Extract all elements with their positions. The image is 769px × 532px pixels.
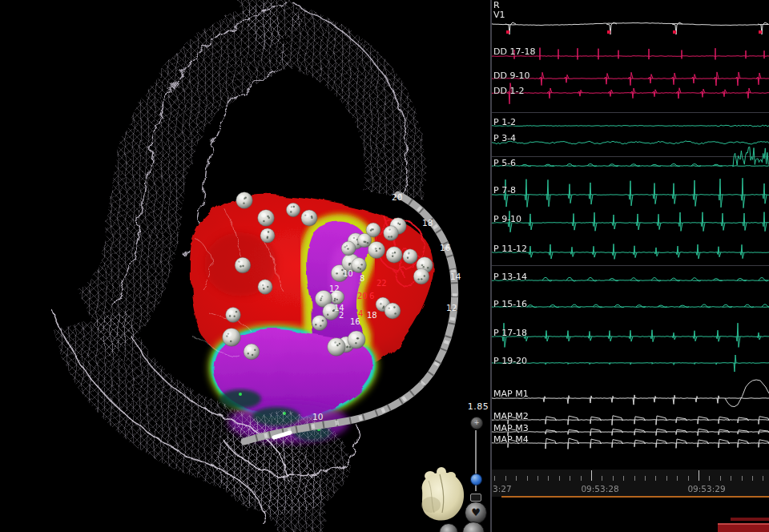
electrode-highlight xyxy=(238,260,243,265)
channel-label: V1 xyxy=(493,10,505,20)
map-point-number-red: 6 xyxy=(369,292,374,300)
electrode-speck xyxy=(311,216,312,217)
map-point-number-red: 22 xyxy=(376,279,387,288)
electrode-ball xyxy=(403,249,417,264)
channel-label: P 13-14 xyxy=(493,272,527,282)
electrode-speck xyxy=(315,324,316,325)
electrode-speck xyxy=(392,256,393,257)
electrode-ball xyxy=(348,331,365,349)
electrode-highlight xyxy=(360,236,364,240)
electrode-speck xyxy=(240,265,241,267)
electrode-speck xyxy=(267,237,268,239)
electrode-highlight xyxy=(354,260,359,265)
electrode-highlight xyxy=(393,220,398,225)
anatomy-3d-scene[interactable]: 201816141210 810121421618 222064 xyxy=(0,0,492,532)
electrode-speck xyxy=(320,299,321,300)
electrode-ball xyxy=(286,203,300,216)
electrode-highlight xyxy=(333,292,337,296)
egm-signal-panel[interactable]: RV1DD 17-18DD 9-10DD 1-2P 1-2P 3-4P 5-6P… xyxy=(492,0,769,532)
signal-traces-canvas[interactable] xyxy=(492,0,769,532)
electrode-highlight xyxy=(319,293,324,298)
catheter-electrode-number: 14 xyxy=(450,272,461,281)
electrode-speck xyxy=(327,314,328,316)
channel-label: P 11-12 xyxy=(493,244,527,254)
electrode-highlight xyxy=(289,205,293,209)
channel-label: DD 17-18 xyxy=(493,47,535,57)
electrode-speck xyxy=(263,220,264,222)
electrode-speck xyxy=(367,242,368,244)
electrode-speck xyxy=(357,337,359,339)
electrode-highlight xyxy=(351,334,356,340)
electrode-speck xyxy=(230,341,232,342)
channel-label: MAP M2 xyxy=(493,412,529,421)
electrode-highlight xyxy=(406,252,410,256)
electrode-speck xyxy=(423,266,425,268)
electrode-ball xyxy=(328,338,346,357)
timestamp: 09:53:29 xyxy=(687,484,725,494)
channel-label: DD 1-2 xyxy=(493,87,524,96)
electrode-highlight xyxy=(379,300,383,304)
electrode-speck xyxy=(360,264,362,265)
zoom-scale-value: 1.85 xyxy=(465,401,492,412)
status-bar-thin xyxy=(731,518,769,521)
channel-label: MAP M4 xyxy=(493,435,529,445)
timestamp: 09:53:28 xyxy=(581,484,618,494)
electrode-highlight xyxy=(326,306,331,311)
clipping-plane-icon[interactable] xyxy=(470,494,481,502)
electrode-ball xyxy=(386,247,402,263)
electrode-ball xyxy=(413,268,429,284)
zoom-indicator-icon[interactable]: + xyxy=(470,417,483,429)
electrode-speck xyxy=(421,278,422,280)
map-point-number-red: 20 xyxy=(357,292,368,300)
map-3d-viewport[interactable]: 201816141210 810121421618 222064 1.85 + … xyxy=(0,0,492,532)
electrode-speck xyxy=(424,275,425,276)
electrode-highlight xyxy=(335,268,340,272)
catheter-electrode-number: 20 xyxy=(392,192,402,202)
electrode-ball xyxy=(244,344,260,360)
electrode-highlight xyxy=(304,212,309,217)
catheter-electrode-number: 18 xyxy=(422,218,433,228)
electrode-highlight xyxy=(345,257,351,263)
electrode-speck xyxy=(390,236,392,237)
map-point-number: 10 xyxy=(343,269,353,278)
channel-label: P 17-18 xyxy=(493,328,527,338)
electrode-speck xyxy=(336,345,338,346)
channel-label: DD 9-10 xyxy=(493,71,529,81)
electrode-speck xyxy=(334,298,336,300)
electrode-speck xyxy=(388,236,389,237)
electrode-speck xyxy=(357,267,359,268)
electrode-speck xyxy=(242,265,244,267)
map-point-number: 18 xyxy=(367,311,377,320)
electrode-speck xyxy=(233,316,235,317)
fit-view-button[interactable]: ♥ xyxy=(465,502,487,524)
electrode-highlight xyxy=(389,249,394,254)
channel-label: P 9-10 xyxy=(493,215,521,224)
electrode-highlight xyxy=(315,318,320,323)
channel-label: P 19-20 xyxy=(493,357,527,366)
status-bar-thick xyxy=(718,523,769,532)
electrode-highlight xyxy=(228,310,233,315)
electrode-speck xyxy=(417,278,419,280)
electrode-highlight xyxy=(240,195,244,200)
electrode-ball xyxy=(312,315,327,330)
electrode-ball xyxy=(258,280,272,294)
electrode-speck xyxy=(399,224,401,225)
electrode-highlight xyxy=(247,347,252,352)
zoom-slider-handle[interactable] xyxy=(470,474,482,486)
channel-label: P 3-4 xyxy=(493,134,516,143)
electrode-speck xyxy=(346,346,348,348)
electrode-highlight xyxy=(369,225,373,229)
electrode-speck xyxy=(322,320,324,321)
electrode-speck xyxy=(376,250,377,252)
electrode-speck xyxy=(347,248,348,249)
electrode-speck xyxy=(394,252,396,253)
electrode-highlight xyxy=(261,212,266,217)
channel-label: P 7-8 xyxy=(493,186,516,195)
electrode-highlight xyxy=(264,231,268,235)
catheter-electrode-number: 12 xyxy=(446,303,457,312)
carto-mapping-screen: 201816141210 810121421618 222064 1.85 + … xyxy=(0,0,769,532)
timestamp: 3:27 xyxy=(493,484,512,494)
catheter-electrode-number: 10 xyxy=(312,412,323,421)
electrode-ball xyxy=(223,328,241,347)
electrode-speck xyxy=(263,288,264,289)
